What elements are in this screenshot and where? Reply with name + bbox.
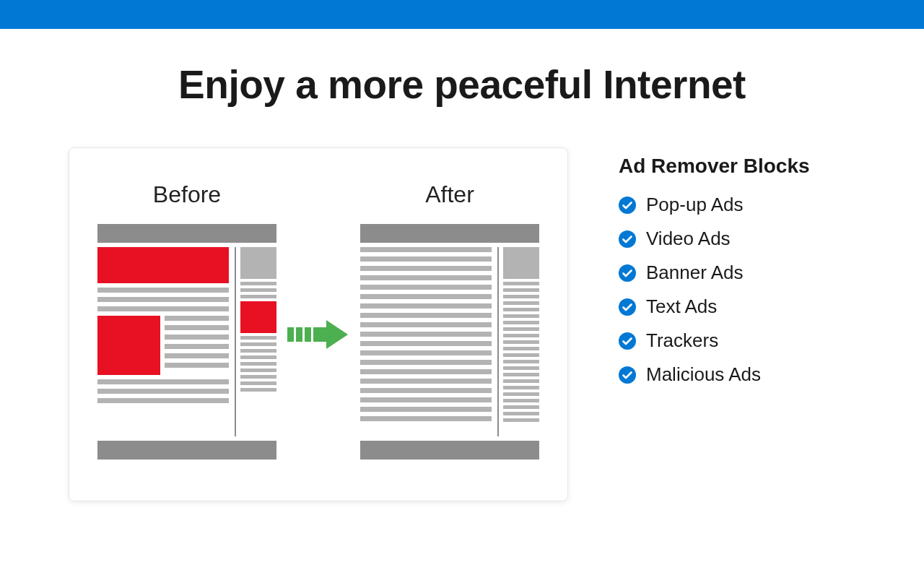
check-circle-icon — [619, 366, 636, 384]
features-title: Ad Remover Blocks — [619, 155, 810, 178]
feature-label: Malicious Ads — [646, 363, 761, 386]
svg-rect-0 — [287, 327, 294, 342]
check-circle-icon — [619, 264, 636, 282]
after-column: After — [358, 181, 541, 460]
feature-list: Pop-up Ads Video Ads Banner Ads — [619, 194, 810, 386]
svg-marker-4 — [326, 320, 348, 349]
after-page-mockup — [360, 224, 539, 460]
ad-placeholder — [97, 316, 160, 375]
svg-rect-3 — [313, 327, 326, 342]
check-circle-icon — [619, 332, 636, 350]
feature-label: Video Ads — [646, 228, 731, 250]
feature-label: Pop-up Ads — [646, 194, 743, 216]
svg-point-5 — [619, 197, 636, 214]
arrow-right-icon — [286, 317, 351, 352]
features-panel: Ad Remover Blocks Pop-up Ads Video Ads — [619, 147, 810, 386]
list-item: Video Ads — [619, 228, 810, 250]
list-item: Text Ads — [619, 296, 810, 318]
svg-rect-1 — [296, 327, 302, 342]
check-circle-icon — [619, 298, 636, 316]
feature-label: Banner Ads — [646, 262, 743, 284]
top-accent-bar — [0, 0, 924, 29]
check-circle-icon — [619, 230, 636, 248]
feature-label: Text Ads — [646, 296, 717, 318]
list-item: Malicious Ads — [619, 363, 810, 386]
list-item: Banner Ads — [619, 262, 810, 284]
main-heading: Enjoy a more peaceful Internet — [0, 61, 924, 108]
list-item: Trackers — [619, 329, 810, 352]
ad-placeholder — [97, 247, 229, 283]
list-item: Pop-up Ads — [619, 194, 810, 216]
before-label: Before — [153, 181, 221, 208]
svg-point-6 — [619, 230, 636, 248]
before-after-card: Before — [69, 147, 568, 501]
arrow-column — [286, 288, 351, 352]
content-row: Before — [0, 147, 924, 501]
svg-point-9 — [619, 332, 636, 350]
svg-rect-2 — [305, 327, 311, 342]
svg-point-7 — [619, 264, 636, 282]
svg-point-10 — [619, 366, 636, 384]
ad-placeholder — [240, 301, 276, 333]
before-page-mockup — [97, 224, 276, 460]
after-label: After — [425, 181, 474, 208]
before-column: Before — [95, 181, 279, 460]
svg-point-8 — [619, 298, 636, 316]
feature-label: Trackers — [646, 329, 718, 352]
check-circle-icon — [619, 197, 636, 214]
